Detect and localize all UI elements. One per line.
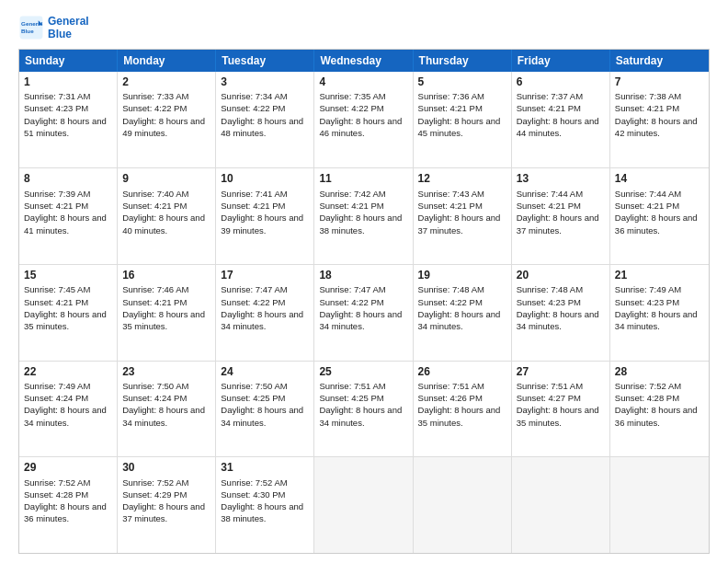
calendar-row: 15Sunrise: 7:45 AMSunset: 4:21 PMDayligh… bbox=[19, 264, 709, 361]
calendar-cell: 4Sunrise: 7:35 AMSunset: 4:22 PMDaylight… bbox=[314, 72, 413, 168]
day-number: 25 bbox=[319, 364, 407, 379]
day-info: Sunrise: 7:37 AMSunset: 4:21 PMDaylight:… bbox=[517, 90, 605, 139]
calendar-cell: 24Sunrise: 7:50 AMSunset: 4:25 PMDayligh… bbox=[216, 362, 314, 457]
day-number: 22 bbox=[24, 364, 112, 379]
day-info: Sunrise: 7:52 AMSunset: 4:28 PMDaylight:… bbox=[615, 380, 704, 429]
calendar-cell: 14Sunrise: 7:44 AMSunset: 4:21 PMDayligh… bbox=[610, 168, 709, 264]
calendar-cell bbox=[414, 457, 512, 553]
header: General Blue General Blue bbox=[18, 15, 710, 41]
calendar-header-cell: Friday bbox=[512, 50, 610, 72]
calendar-cell: 25Sunrise: 7:51 AMSunset: 4:25 PMDayligh… bbox=[314, 362, 413, 457]
calendar-cell: 19Sunrise: 7:48 AMSunset: 4:22 PMDayligh… bbox=[414, 265, 512, 361]
calendar-row: 8Sunrise: 7:39 AMSunset: 4:21 PMDaylight… bbox=[19, 167, 709, 264]
day-number: 14 bbox=[615, 171, 704, 186]
day-info: Sunrise: 7:40 AMSunset: 4:21 PMDaylight:… bbox=[122, 188, 210, 236]
calendar-cell: 20Sunrise: 7:48 AMSunset: 4:23 PMDayligh… bbox=[512, 265, 610, 361]
day-info: Sunrise: 7:48 AMSunset: 4:22 PMDaylight:… bbox=[418, 283, 506, 332]
day-number: 23 bbox=[122, 364, 210, 379]
calendar-header-cell: Saturday bbox=[610, 50, 709, 72]
calendar-header-cell: Sunday bbox=[19, 50, 118, 72]
calendar-cell: 16Sunrise: 7:46 AMSunset: 4:21 PMDayligh… bbox=[118, 265, 216, 361]
day-info: Sunrise: 7:44 AMSunset: 4:21 PMDaylight:… bbox=[615, 188, 704, 236]
day-number: 31 bbox=[221, 460, 309, 475]
day-number: 19 bbox=[418, 268, 506, 282]
day-info: Sunrise: 7:52 AMSunset: 4:29 PMDaylight:… bbox=[122, 477, 210, 525]
day-number: 2 bbox=[122, 75, 210, 89]
calendar-cell: 30Sunrise: 7:52 AMSunset: 4:29 PMDayligh… bbox=[118, 457, 216, 553]
day-info: Sunrise: 7:52 AMSunset: 4:30 PMDaylight:… bbox=[221, 477, 309, 525]
day-number: 20 bbox=[517, 268, 605, 282]
day-number: 10 bbox=[221, 171, 309, 186]
day-info: Sunrise: 7:31 AMSunset: 4:23 PMDaylight:… bbox=[24, 90, 112, 139]
calendar-cell: 23Sunrise: 7:50 AMSunset: 4:24 PMDayligh… bbox=[118, 362, 216, 457]
day-number: 11 bbox=[319, 171, 407, 186]
day-number: 26 bbox=[418, 364, 506, 379]
day-number: 8 bbox=[24, 171, 112, 186]
day-number: 21 bbox=[615, 268, 704, 282]
day-info: Sunrise: 7:48 AMSunset: 4:23 PMDaylight:… bbox=[517, 283, 605, 332]
calendar-cell: 9Sunrise: 7:40 AMSunset: 4:21 PMDaylight… bbox=[118, 168, 216, 264]
day-info: Sunrise: 7:44 AMSunset: 4:21 PMDaylight:… bbox=[517, 188, 605, 236]
calendar-cell: 1Sunrise: 7:31 AMSunset: 4:23 PMDaylight… bbox=[19, 72, 118, 168]
day-number: 1 bbox=[24, 75, 112, 89]
calendar-header-cell: Monday bbox=[118, 50, 216, 72]
day-number: 9 bbox=[122, 171, 210, 186]
day-number: 24 bbox=[221, 364, 309, 379]
day-info: Sunrise: 7:47 AMSunset: 4:22 PMDaylight:… bbox=[319, 283, 407, 332]
calendar-cell bbox=[610, 457, 709, 553]
day-number: 15 bbox=[24, 268, 112, 282]
calendar-header-cell: Tuesday bbox=[216, 50, 314, 72]
calendar-cell: 29Sunrise: 7:52 AMSunset: 4:28 PMDayligh… bbox=[19, 457, 118, 553]
calendar-cell: 22Sunrise: 7:49 AMSunset: 4:24 PMDayligh… bbox=[19, 362, 118, 457]
calendar-cell: 15Sunrise: 7:45 AMSunset: 4:21 PMDayligh… bbox=[19, 265, 118, 361]
day-number: 3 bbox=[221, 75, 309, 89]
logo-text: General Blue bbox=[48, 15, 89, 41]
day-number: 28 bbox=[615, 364, 704, 379]
day-number: 17 bbox=[221, 268, 309, 282]
day-info: Sunrise: 7:50 AMSunset: 4:25 PMDaylight:… bbox=[221, 380, 309, 429]
calendar-row: 22Sunrise: 7:49 AMSunset: 4:24 PMDayligh… bbox=[19, 361, 709, 457]
day-info: Sunrise: 7:52 AMSunset: 4:28 PMDaylight:… bbox=[24, 477, 112, 525]
day-info: Sunrise: 7:51 AMSunset: 4:27 PMDaylight:… bbox=[517, 380, 605, 429]
calendar-cell: 31Sunrise: 7:52 AMSunset: 4:30 PMDayligh… bbox=[216, 457, 314, 553]
calendar-header: SundayMondayTuesdayWednesdayThursdayFrid… bbox=[19, 50, 709, 72]
calendar-cell: 10Sunrise: 7:41 AMSunset: 4:21 PMDayligh… bbox=[216, 168, 314, 264]
day-info: Sunrise: 7:35 AMSunset: 4:22 PMDaylight:… bbox=[319, 90, 407, 139]
calendar-cell: 28Sunrise: 7:52 AMSunset: 4:28 PMDayligh… bbox=[610, 362, 709, 457]
calendar-body: 1Sunrise: 7:31 AMSunset: 4:23 PMDaylight… bbox=[19, 72, 709, 553]
day-number: 16 bbox=[122, 268, 210, 282]
day-number: 12 bbox=[418, 171, 506, 186]
calendar-header-cell: Wednesday bbox=[314, 50, 413, 72]
calendar-header-cell: Thursday bbox=[414, 50, 512, 72]
calendar-cell: 2Sunrise: 7:33 AMSunset: 4:22 PMDaylight… bbox=[118, 72, 216, 168]
day-info: Sunrise: 7:36 AMSunset: 4:21 PMDaylight:… bbox=[418, 90, 506, 139]
calendar-cell: 11Sunrise: 7:42 AMSunset: 4:21 PMDayligh… bbox=[314, 168, 413, 264]
day-info: Sunrise: 7:45 AMSunset: 4:21 PMDaylight:… bbox=[24, 283, 112, 332]
day-info: Sunrise: 7:50 AMSunset: 4:24 PMDaylight:… bbox=[122, 380, 210, 429]
calendar-cell: 7Sunrise: 7:38 AMSunset: 4:21 PMDaylight… bbox=[610, 72, 709, 168]
day-info: Sunrise: 7:49 AMSunset: 4:24 PMDaylight:… bbox=[24, 380, 112, 429]
logo-icon: General Blue bbox=[18, 15, 44, 40]
calendar-cell: 13Sunrise: 7:44 AMSunset: 4:21 PMDayligh… bbox=[512, 168, 610, 264]
calendar-row: 1Sunrise: 7:31 AMSunset: 4:23 PMDaylight… bbox=[19, 72, 709, 168]
day-info: Sunrise: 7:47 AMSunset: 4:22 PMDaylight:… bbox=[221, 283, 309, 332]
calendar-cell: 6Sunrise: 7:37 AMSunset: 4:21 PMDaylight… bbox=[512, 72, 610, 168]
day-info: Sunrise: 7:38 AMSunset: 4:21 PMDaylight:… bbox=[615, 90, 704, 139]
day-info: Sunrise: 7:39 AMSunset: 4:21 PMDaylight:… bbox=[24, 188, 112, 236]
day-number: 27 bbox=[517, 364, 605, 379]
logo: General Blue General Blue bbox=[18, 15, 89, 41]
calendar-cell: 8Sunrise: 7:39 AMSunset: 4:21 PMDaylight… bbox=[19, 168, 118, 264]
page: General Blue General Blue SundayMondayTu… bbox=[0, 0, 728, 563]
day-number: 7 bbox=[615, 75, 704, 89]
day-info: Sunrise: 7:49 AMSunset: 4:23 PMDaylight:… bbox=[615, 283, 704, 332]
calendar-cell bbox=[512, 457, 610, 553]
calendar: SundayMondayTuesdayWednesdayThursdayFrid… bbox=[18, 49, 710, 554]
day-info: Sunrise: 7:33 AMSunset: 4:22 PMDaylight:… bbox=[122, 90, 210, 139]
calendar-cell: 27Sunrise: 7:51 AMSunset: 4:27 PMDayligh… bbox=[512, 362, 610, 457]
calendar-cell: 17Sunrise: 7:47 AMSunset: 4:22 PMDayligh… bbox=[216, 265, 314, 361]
calendar-cell: 26Sunrise: 7:51 AMSunset: 4:26 PMDayligh… bbox=[414, 362, 512, 457]
calendar-cell: 12Sunrise: 7:43 AMSunset: 4:21 PMDayligh… bbox=[414, 168, 512, 264]
day-info: Sunrise: 7:46 AMSunset: 4:21 PMDaylight:… bbox=[122, 283, 210, 332]
day-number: 30 bbox=[122, 460, 210, 475]
day-info: Sunrise: 7:51 AMSunset: 4:25 PMDaylight:… bbox=[319, 380, 407, 429]
